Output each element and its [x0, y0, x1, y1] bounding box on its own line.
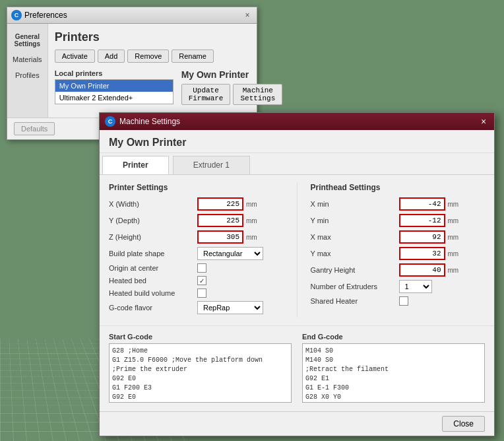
gantry-label: Gantry Height: [311, 266, 396, 274]
xmax-label: X max: [311, 233, 396, 241]
printer-settings-col: Printer Settings X (Width) mm Y (Depth) …: [109, 183, 284, 318]
xmin-label: X min: [311, 200, 396, 208]
printer-item-ultimaker[interactable]: Ultimaker 2 Extended+: [55, 92, 173, 104]
x-width-unit: mm: [246, 201, 263, 208]
xmin-unit: mm: [448, 201, 464, 208]
setting-row-xmin: X min mm: [311, 197, 486, 211]
machine-settings-content: Printer Settings X (Width) mm Y (Depth) …: [100, 175, 494, 325]
setting-row-xmax: X max mm: [311, 230, 486, 244]
local-printers-label: Local printers: [55, 69, 173, 77]
z-height-input[interactable]: [197, 230, 243, 244]
z-height-unit: mm: [246, 234, 263, 241]
col-divider: [297, 183, 298, 318]
x-width-label: X (Width): [109, 200, 195, 208]
preferences-sidebar: General Settings Materials Profiles: [7, 24, 48, 118]
setting-row-ymin: Y min mm: [311, 214, 486, 227]
start-gcode-col: Start G-code G28 ;Home G1 Z15.0 F6000 ;M…: [109, 333, 292, 405]
machine-settings-printer-name: My Own Printer: [100, 130, 494, 153]
setting-row-y-depth: Y (Depth) mm: [109, 214, 284, 227]
y-depth-unit: mm: [246, 217, 263, 224]
setting-row-shared-heater: Shared Heater: [311, 296, 486, 306]
setting-row-gcode-flavor: G-code flavor RepRap UltiGCode Marlin: [109, 301, 284, 314]
activate-button[interactable]: Activate: [55, 50, 95, 63]
end-gcode-textarea[interactable]: M104 S0 M140 S0 ;Retract the filament G9…: [302, 343, 485, 403]
ymin-unit: mm: [448, 217, 464, 224]
gcode-flavor-select[interactable]: RepRap UltiGCode Marlin: [197, 301, 263, 314]
preferences-main: Printers Activate Add Remove Rename Loca…: [48, 24, 290, 118]
ymin-input[interactable]: [399, 214, 445, 227]
setting-row-heated-vol: Heated build volume: [109, 288, 284, 298]
machine-title-left: C Machine Settings: [105, 116, 180, 127]
machine-settings-title-text: Machine Settings: [119, 117, 180, 126]
setting-row-build-plate: Build plate shape Rectangular Elliptic: [109, 247, 284, 260]
extruders-label: Number of Extruders: [311, 283, 396, 290]
machine-settings-button[interactable]: Machine Settings: [233, 84, 282, 105]
update-firmware-button[interactable]: Update Firmware: [181, 84, 231, 105]
ymin-label: Y min: [311, 217, 396, 224]
machine-settings-close-btn[interactable]: ×: [478, 116, 489, 127]
add-button[interactable]: Add: [98, 50, 125, 63]
machine-cura-icon: C: [105, 116, 115, 127]
setting-row-z-height: Z (Height) mm: [109, 230, 284, 244]
printhead-settings-title: Printhead Settings: [311, 183, 486, 192]
printhead-settings-col: Printhead Settings X min mm Y min mm X m…: [311, 183, 486, 318]
setting-row-x-width: X (Width) mm: [109, 197, 284, 211]
setting-row-heated-bed: Heated bed ✓: [109, 276, 284, 285]
y-depth-label: Y (Depth): [109, 217, 195, 224]
heated-bed-label: Heated bed: [109, 277, 195, 285]
build-plate-label: Build plate shape: [109, 250, 195, 257]
machine-settings-window: C Machine Settings × My Own Printer Prin…: [99, 112, 495, 436]
gantry-unit: mm: [448, 267, 464, 274]
origin-checkbox[interactable]: [197, 263, 206, 273]
shared-heater-label: Shared Heater: [311, 297, 396, 305]
preferences-title-left: C Preferences: [11, 10, 67, 20]
xmax-input[interactable]: [399, 230, 445, 244]
sidebar-item-profiles[interactable]: Profiles: [10, 67, 45, 83]
z-height-label: Z (Height): [109, 233, 195, 241]
sidebar-item-general[interactable]: General Settings: [10, 29, 45, 51]
gcode-flavor-label: G-code flavor: [109, 304, 195, 312]
printer-settings-title: Printer Settings: [109, 183, 284, 192]
end-gcode-col: End G-code M104 S0 M140 S0 ;Retract the …: [302, 333, 485, 405]
start-gcode-title: Start G-code: [109, 333, 292, 341]
setting-row-extruders: Number of Extruders 1 2: [311, 280, 486, 293]
machine-buttons-group: Update Firmware Machine Settings: [181, 84, 283, 105]
machine-settings-tabs: Printer Extruder 1: [100, 153, 494, 175]
setting-row-ymax: Y max mm: [311, 247, 486, 260]
build-plate-select[interactable]: Rectangular Elliptic: [197, 247, 263, 260]
defaults-button[interactable]: Defaults: [14, 122, 55, 135]
rename-button[interactable]: Rename: [172, 50, 214, 63]
gcode-section: Start G-code G28 ;Home G1 Z15.0 F6000 ;M…: [100, 325, 494, 411]
heated-bed-checkbox[interactable]: ✓: [197, 276, 206, 285]
ymax-input[interactable]: [399, 247, 445, 260]
machine-close-button[interactable]: Close: [442, 416, 485, 432]
preferences-close-button[interactable]: ×: [242, 10, 253, 20]
printer-list: My Own Printer Ultimaker 2 Extended+: [55, 79, 173, 104]
start-gcode-textarea[interactable]: G28 ;Home G1 Z15.0 F6000 ;Move the platf…: [109, 343, 292, 403]
preferences-title-text: Preferences: [24, 11, 67, 20]
printer-item-my-own[interactable]: My Own Printer: [55, 80, 173, 92]
x-width-input[interactable]: [197, 197, 243, 211]
tab-printer[interactable]: Printer: [102, 156, 169, 174]
end-gcode-title: End G-code: [302, 333, 485, 341]
printers-toolbar: Activate Add Remove Rename: [55, 50, 283, 63]
cura-logo-icon: C: [11, 10, 22, 20]
shared-heater-checkbox[interactable]: [399, 296, 408, 306]
machine-settings-titlebar: C Machine Settings ×: [100, 113, 494, 130]
gantry-input[interactable]: [399, 263, 445, 277]
remove-button[interactable]: Remove: [127, 50, 169, 63]
printers-section-title: Printers: [55, 30, 283, 44]
xmin-input[interactable]: [399, 197, 445, 211]
origin-label: Origin at center: [109, 264, 195, 272]
extruders-select[interactable]: 1 2: [399, 280, 432, 293]
xmax-unit: mm: [448, 234, 464, 241]
heated-vol-label: Heated build volume: [109, 289, 195, 297]
selected-printer-name: My Own Printer: [181, 69, 283, 80]
preferences-body: General Settings Materials Profiles Prin…: [7, 24, 257, 118]
tab-extruder1[interactable]: Extruder 1: [173, 156, 250, 174]
sidebar-item-materials[interactable]: Materials: [10, 51, 45, 67]
setting-row-gantry: Gantry Height mm: [311, 263, 486, 277]
preferences-titlebar: C Preferences ×: [7, 7, 257, 24]
y-depth-input[interactable]: [197, 214, 243, 227]
heated-vol-checkbox[interactable]: [197, 288, 206, 298]
